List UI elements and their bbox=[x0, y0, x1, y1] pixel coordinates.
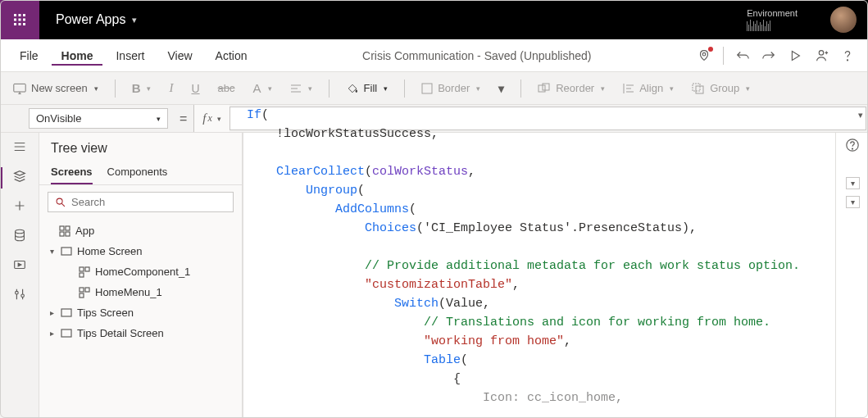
menu-view[interactable]: View bbox=[157, 46, 202, 66]
svg-rect-25 bbox=[60, 232, 64, 236]
svg-point-18 bbox=[15, 229, 24, 234]
hamburger-icon[interactable] bbox=[12, 139, 27, 154]
svg-rect-3 bbox=[14, 19, 16, 21]
screen-icon bbox=[61, 307, 72, 319]
formula-code[interactable]: If( !locWorkStatusSuccess, ClearCollect(… bbox=[239, 104, 868, 418]
divider bbox=[723, 47, 724, 65]
redo-icon[interactable] bbox=[761, 48, 776, 63]
tools-icon[interactable] bbox=[12, 287, 27, 302]
svg-point-21 bbox=[20, 294, 24, 298]
tree-node-home-component[interactable]: HomeComponent_1 bbox=[43, 261, 239, 282]
svg-rect-8 bbox=[23, 23, 25, 25]
font-color-button[interactable]: A▾ bbox=[248, 78, 277, 98]
svg-rect-35 bbox=[61, 329, 71, 337]
svg-rect-5 bbox=[23, 19, 25, 21]
underline-button[interactable]: U bbox=[186, 79, 204, 98]
svg-rect-0 bbox=[14, 14, 16, 16]
component-icon bbox=[79, 266, 90, 278]
svg-point-10 bbox=[819, 50, 823, 54]
svg-rect-27 bbox=[61, 248, 71, 255]
environment-label: Environment bbox=[747, 8, 798, 18]
app-title: Crisis Communication - Saved (Unpublishe… bbox=[261, 49, 694, 62]
search-icon bbox=[55, 197, 66, 208]
search-input[interactable] bbox=[48, 192, 234, 212]
panel-title: Tree view bbox=[39, 133, 242, 161]
svg-rect-15 bbox=[543, 84, 549, 90]
brand-dropdown[interactable]: Power Apps ▾ bbox=[56, 12, 137, 27]
tree-label: App bbox=[75, 225, 94, 237]
svg-point-22 bbox=[57, 198, 62, 204]
help-icon[interactable] bbox=[840, 48, 855, 63]
property-selector[interactable]: OnVisible ▾ bbox=[29, 108, 168, 129]
border-button[interactable]: Border▾ bbox=[416, 79, 485, 98]
svg-rect-24 bbox=[66, 226, 70, 230]
new-screen-button[interactable]: New screen▾ bbox=[8, 79, 103, 98]
group-button[interactable]: Group▾ bbox=[687, 79, 755, 98]
svg-rect-34 bbox=[61, 309, 71, 316]
svg-rect-26 bbox=[66, 232, 70, 236]
share-icon[interactable] bbox=[814, 48, 829, 63]
app-checker-icon[interactable] bbox=[697, 48, 711, 63]
help-pane-icon[interactable] bbox=[845, 138, 860, 152]
divider bbox=[520, 80, 521, 98]
svg-point-37 bbox=[852, 148, 852, 149]
caret-right-icon: ▸ bbox=[48, 308, 56, 317]
tab-components[interactable]: Components bbox=[107, 161, 168, 184]
align-button[interactable]: Align▾ bbox=[618, 79, 679, 98]
tree-label: HomeComponent_1 bbox=[95, 266, 190, 278]
menu-home[interactable]: Home bbox=[52, 46, 103, 66]
tree-node-home-screen[interactable]: ▾ Home Screen bbox=[43, 241, 239, 261]
reorder-button[interactable]: Reorder▾ bbox=[533, 79, 610, 98]
menu-action[interactable]: Action bbox=[206, 46, 257, 66]
strikethrough-button[interactable]: abc bbox=[213, 79, 240, 98]
insert-icon[interactable] bbox=[12, 198, 27, 213]
tree-node-tips-screen[interactable]: ▸ Tips Screen bbox=[43, 302, 239, 323]
caret-right-icon: ▸ bbox=[48, 329, 56, 338]
avatar[interactable] bbox=[830, 7, 857, 33]
svg-rect-33 bbox=[80, 293, 84, 298]
environment-indicator[interactable]: Environment bbox=[747, 8, 798, 31]
caret-down-icon: ▾ bbox=[48, 247, 56, 256]
svg-rect-32 bbox=[85, 288, 89, 292]
svg-rect-23 bbox=[60, 226, 64, 230]
screen-icon bbox=[61, 246, 72, 257]
expand-ribbon-button[interactable]: ▾ bbox=[493, 79, 509, 98]
media-icon[interactable] bbox=[12, 257, 27, 272]
divider bbox=[115, 80, 116, 98]
play-icon[interactable] bbox=[788, 48, 802, 63]
svg-rect-14 bbox=[539, 85, 545, 92]
tree-node-home-menu[interactable]: HomeMenu_1 bbox=[43, 282, 239, 302]
svg-rect-7 bbox=[19, 23, 21, 25]
italic-button[interactable]: I bbox=[164, 78, 178, 98]
search-field[interactable] bbox=[71, 196, 226, 208]
undo-icon[interactable] bbox=[735, 48, 750, 63]
chevron-down-icon: ▾ bbox=[94, 84, 98, 93]
fill-button[interactable]: Fill▾ bbox=[341, 79, 393, 98]
app-launcher-button[interactable] bbox=[0, 0, 39, 39]
chevron-down-icon[interactable]: ▾ bbox=[846, 177, 860, 189]
svg-rect-6 bbox=[14, 23, 16, 25]
svg-rect-28 bbox=[80, 267, 84, 271]
tab-screens[interactable]: Screens bbox=[51, 161, 93, 184]
divider bbox=[329, 80, 329, 98]
svg-rect-2 bbox=[23, 14, 25, 16]
brand-name: Power Apps bbox=[56, 12, 125, 27]
tree-view-icon[interactable] bbox=[12, 169, 27, 184]
menu-file[interactable]: File bbox=[10, 46, 48, 66]
svg-rect-30 bbox=[80, 273, 84, 277]
fx-button[interactable]: fx▾ bbox=[193, 105, 229, 132]
data-icon[interactable] bbox=[12, 228, 27, 243]
tree-label: Tips Detail Screen bbox=[77, 327, 164, 339]
fill-label: Fill bbox=[364, 82, 378, 94]
svg-rect-13 bbox=[422, 84, 432, 93]
text-align-button[interactable]: ▾ bbox=[285, 80, 317, 97]
bold-button[interactable]: B▾ bbox=[127, 78, 157, 98]
menu-insert[interactable]: Insert bbox=[106, 46, 154, 66]
svg-rect-4 bbox=[19, 19, 21, 21]
reorder-label: Reorder bbox=[556, 82, 594, 94]
tree-node-app[interactable]: App bbox=[43, 220, 239, 241]
tree-node-tips-detail-screen[interactable]: ▸ Tips Detail Screen bbox=[43, 323, 239, 343]
barcode-icon bbox=[747, 20, 770, 31]
chevron-down-icon[interactable]: ▾ bbox=[846, 196, 860, 208]
group-label: Group bbox=[710, 82, 739, 94]
